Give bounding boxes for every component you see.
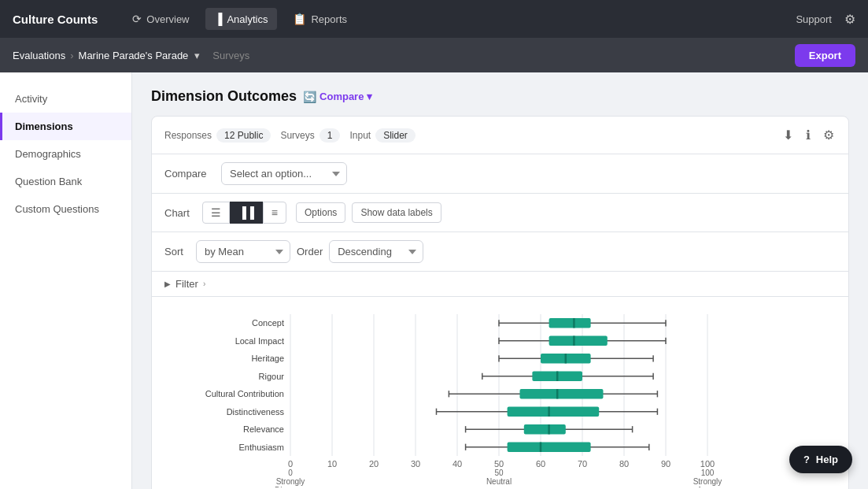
compare-button[interactable]: 🔄 Compare ▾ bbox=[303, 91, 372, 103]
sidebar-item-activity[interactable]: Activity bbox=[0, 85, 131, 113]
settings-icon[interactable]: ⚙ bbox=[844, 12, 855, 27]
analytics-icon: ▐ bbox=[215, 13, 223, 25]
svg-text:Neutral: Neutral bbox=[486, 477, 512, 486]
sidebar-item-question-bank[interactable]: Question Bank bbox=[0, 168, 131, 195]
svg-rect-76 bbox=[508, 443, 591, 452]
compare-row-label: Compare bbox=[164, 168, 212, 180]
breadcrumb-evaluations[interactable]: Evaluations bbox=[13, 50, 65, 61]
sort-row: Sort by Mean Order Descending bbox=[152, 232, 848, 272]
nav-overview[interactable]: ⟳ Overview bbox=[123, 8, 198, 30]
svg-text:Strongly: Strongly bbox=[693, 477, 722, 486]
support-link[interactable]: Support bbox=[796, 13, 832, 25]
help-label: Help bbox=[816, 454, 838, 465]
input-group: Input Slider bbox=[349, 128, 415, 143]
svg-text:Cultural Contribution: Cultural Contribution bbox=[205, 389, 284, 398]
compare-row: Compare Select an option... bbox=[152, 154, 848, 194]
svg-rect-40 bbox=[549, 336, 608, 346]
svg-text:0: 0 bbox=[288, 469, 293, 477]
filter-chevron-icon[interactable]: › bbox=[203, 280, 205, 288]
page-title: Dimension Outcomes bbox=[151, 88, 297, 105]
help-button[interactable]: ? Help bbox=[789, 446, 852, 473]
order-label: Order bbox=[297, 246, 323, 257]
sidebar-item-dimensions[interactable]: Dimensions bbox=[0, 113, 131, 140]
svg-text:Rigour: Rigour bbox=[259, 372, 285, 381]
show-labels-button[interactable]: Show data labels bbox=[352, 202, 441, 223]
nav-overview-label: Overview bbox=[146, 13, 189, 25]
svg-text:10: 10 bbox=[327, 459, 337, 469]
sort-label: Sort bbox=[164, 246, 190, 257]
svg-text:20: 20 bbox=[369, 459, 379, 469]
svg-text:Strongly: Strongly bbox=[276, 477, 305, 486]
nav-analytics[interactable]: ▐ Analytics bbox=[205, 8, 278, 30]
svg-text:50: 50 bbox=[494, 459, 504, 469]
filter-expand-icon[interactable]: ▶ bbox=[164, 280, 171, 288]
sidebar-item-demographics[interactable]: Demographics bbox=[0, 140, 131, 168]
responses-badge: 12 Public bbox=[216, 128, 271, 143]
chart-type-bar-h[interactable]: ☰ bbox=[202, 202, 230, 224]
chart-type-buttons: ☰ ▐▐ ≡ bbox=[202, 202, 286, 224]
download-icon[interactable]: ⬇ bbox=[781, 126, 795, 144]
svg-text:Relevance: Relevance bbox=[243, 424, 284, 434]
svg-text:50: 50 bbox=[494, 469, 504, 477]
svg-text:Enthusiasm: Enthusiasm bbox=[239, 443, 284, 452]
brand-logo[interactable]: Culture Counts bbox=[13, 13, 98, 26]
top-nav: Culture Counts ⟳ Overview ▐ Analytics 📋 … bbox=[0, 0, 868, 38]
svg-text:Agree: Agree bbox=[697, 486, 718, 487]
settings-icon[interactable]: ⚙ bbox=[822, 126, 836, 144]
responses-group: Responses 12 Public bbox=[164, 128, 271, 143]
svg-text:Local Impact: Local Impact bbox=[235, 336, 284, 346]
svg-text:40: 40 bbox=[452, 459, 462, 469]
order-select[interactable]: Descending bbox=[329, 240, 423, 263]
surveys-group: Surveys 1 bbox=[280, 128, 340, 143]
input-badge: Slider bbox=[375, 128, 416, 143]
box-plot-chart: 01020304050607080901000StronglyDisagree5… bbox=[164, 306, 723, 487]
sort-select[interactable]: by Mean bbox=[196, 240, 290, 263]
overview-icon: ⟳ bbox=[132, 13, 142, 25]
main-card: Responses 12 Public Surveys 1 Input Slid… bbox=[151, 116, 849, 489]
main-layout: Activity Dimensions Demographics Questio… bbox=[0, 72, 868, 489]
svg-text:0: 0 bbox=[288, 459, 293, 469]
chart-type-bar-v[interactable]: ≡ bbox=[263, 202, 286, 224]
chart-label: Chart bbox=[164, 207, 196, 219]
help-icon: ? bbox=[803, 454, 810, 465]
main-content: Dimension Outcomes 🔄 Compare ▾ Responses… bbox=[132, 72, 868, 489]
sidebar-item-custom-questions[interactable]: Custom Questions bbox=[0, 195, 131, 223]
svg-text:Disagree: Disagree bbox=[275, 486, 306, 487]
export-button[interactable]: Export bbox=[795, 44, 855, 67]
nav-reports-label: Reports bbox=[311, 13, 347, 25]
svg-text:Heritage: Heritage bbox=[251, 354, 284, 363]
nav-items: ⟳ Overview ▐ Analytics 📋 Reports bbox=[123, 8, 796, 30]
svg-rect-58 bbox=[520, 389, 604, 398]
reports-icon: 📋 bbox=[293, 13, 306, 25]
surveys-badge: 1 bbox=[319, 128, 341, 143]
chart-type-box[interactable]: ▐▐ bbox=[230, 202, 263, 224]
breadcrumb-sep: › bbox=[70, 50, 73, 61]
chart-area: 01020304050607080901000StronglyDisagree5… bbox=[152, 297, 848, 489]
breadcrumb-dropdown[interactable]: ▾ bbox=[194, 50, 200, 61]
compare-label: Compare bbox=[319, 91, 364, 102]
compare-icon: 🔄 bbox=[303, 91, 316, 103]
svg-text:100: 100 bbox=[701, 469, 715, 477]
svg-rect-64 bbox=[508, 407, 600, 417]
panel-title: Dimension Outcomes 🔄 Compare ▾ bbox=[151, 88, 849, 105]
info-icon[interactable]: ℹ bbox=[804, 126, 812, 144]
svg-text:30: 30 bbox=[411, 459, 420, 469]
breadcrumb: Evaluations › Marine Parade's Parade ▾ bbox=[13, 50, 200, 61]
svg-text:80: 80 bbox=[619, 459, 629, 469]
card-header: Responses 12 Public Surveys 1 Input Slid… bbox=[152, 117, 848, 154]
surveys-label: Surveys bbox=[212, 50, 249, 61]
nav-analytics-label: Analytics bbox=[227, 13, 268, 25]
sidebar: Activity Dimensions Demographics Questio… bbox=[0, 72, 132, 489]
svg-text:100: 100 bbox=[700, 459, 715, 469]
options-button[interactable]: Options bbox=[296, 202, 345, 223]
nav-reports[interactable]: 📋 Reports bbox=[283, 8, 356, 30]
svg-rect-34 bbox=[549, 318, 591, 328]
nav-right: Support ⚙ bbox=[796, 12, 855, 27]
card-icons: ⬇ ℹ ⚙ bbox=[781, 126, 836, 144]
chart-controls: Chart ☰ ▐▐ ≡ Options Show data labels bbox=[152, 194, 848, 232]
svg-text:60: 60 bbox=[536, 459, 545, 469]
breadcrumb-current[interactable]: Marine Parade's Parade bbox=[79, 50, 189, 61]
svg-rect-70 bbox=[524, 424, 566, 434]
compare-select[interactable]: Select an option... bbox=[221, 162, 347, 185]
filter-label[interactable]: Filter bbox=[175, 278, 198, 290]
